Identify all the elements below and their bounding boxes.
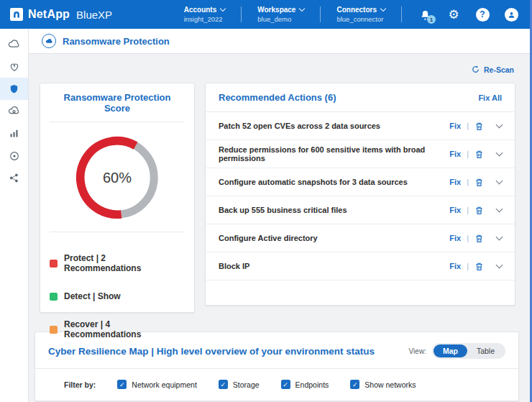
view-toggle-group: View: Map Table — [409, 343, 505, 359]
target-icon — [9, 150, 20, 162]
header-icon-group: 1 ⚙ ? — [402, 6, 520, 23]
protect-swatch-icon — [50, 260, 58, 268]
share-nodes-icon — [9, 173, 19, 183]
sidebar-item-extensions[interactable] — [0, 167, 28, 189]
checkbox-checked-icon: ✓ — [281, 380, 290, 389]
fix-button[interactable]: Fix — [449, 122, 461, 130]
recommended-actions-card: Recommended Actions (6) Fix All Patch 52… — [205, 83, 515, 306]
recover-swatch-icon — [50, 326, 58, 334]
fix-button[interactable]: Fix — [449, 206, 461, 214]
workspace-label: Workspace — [257, 6, 295, 14]
sidebar-item-mobility[interactable] — [0, 100, 28, 122]
main-content: Re-Scan Ransomware Protection Score — [29, 54, 530, 402]
trash-icon — [474, 122, 484, 131]
connectors-label: Connectors — [336, 6, 377, 14]
action-text: Block IP — [219, 262, 249, 270]
view-toggle: Map Table — [432, 343, 505, 359]
settings-button[interactable]: ⚙ — [445, 6, 462, 23]
protection-score-card: Ransomware Protection Score 60% — [40, 83, 195, 313]
filter-storage[interactable]: ✓ Storage — [219, 380, 260, 389]
filter-network-equipment[interactable]: ✓ Network equipment — [117, 380, 196, 389]
connectors-menu[interactable]: Connectors blue_connector — [321, 6, 401, 23]
chevron-down-icon — [380, 6, 386, 12]
expand-chevron-icon[interactable] — [496, 178, 503, 185]
view-option-table[interactable]: Table — [467, 344, 504, 357]
gear-icon: ⚙ — [448, 9, 459, 21]
fix-all-button[interactable]: Fix All — [478, 93, 502, 102]
delete-button[interactable] — [474, 234, 484, 243]
rescan-button[interactable]: Re-Scan — [471, 65, 514, 74]
fix-button[interactable]: Fix — [449, 178, 461, 186]
brand[interactable]: NetApp BlueXP — [10, 8, 112, 21]
filter-label: Show networks — [364, 380, 416, 389]
expand-chevron-icon[interactable] — [496, 150, 503, 157]
legend-item-protect[interactable]: Protect | 2 Recommendations — [50, 253, 185, 273]
separator: | — [467, 206, 469, 214]
action-row: Back up 555 business critical files Fix … — [206, 196, 515, 224]
checkbox-checked-icon: ✓ — [350, 380, 359, 389]
expand-chevron-icon[interactable] — [496, 122, 503, 129]
trash-icon — [474, 178, 484, 187]
refresh-icon — [471, 65, 480, 74]
sidebar-item-protection[interactable] — [0, 78, 28, 100]
notifications-button[interactable]: 1 — [416, 6, 434, 23]
brand-product: BlueXP — [76, 9, 112, 21]
cloud-sync-icon — [8, 105, 20, 117]
delete-button[interactable] — [474, 122, 484, 131]
cloud-icon — [8, 38, 20, 50]
accounts-menu[interactable]: Accounts insight_2022 — [168, 6, 242, 23]
action-row: Block IP Fix | — [206, 252, 515, 280]
trash-icon — [474, 262, 484, 271]
score-value: 60% — [73, 134, 161, 221]
fix-button[interactable]: Fix — [449, 234, 461, 242]
separator: | — [467, 150, 469, 158]
connectors-value: blue_connector — [336, 15, 385, 23]
header-menus: Accounts insight_2022 Workspace blue_dem… — [168, 6, 520, 23]
checkbox-checked-icon: ✓ — [117, 380, 127, 389]
workspace-value: blue_demo — [257, 15, 304, 23]
filter-show-networks[interactable]: ✓ Show networks — [350, 380, 416, 389]
cyber-resilience-map-card: Cyber Resilience Map | High level overvi… — [35, 332, 519, 401]
legend-label: Detect | Show — [64, 291, 121, 301]
expand-chevron-icon[interactable] — [496, 234, 503, 241]
trash-icon — [474, 150, 484, 159]
filter-label: Network equipment — [132, 380, 196, 389]
filter-label: Storage — [233, 380, 260, 389]
heart-pin-icon — [9, 61, 20, 73]
score-card-title: Ransomware Protection Score — [50, 92, 185, 122]
sidebar-item-health[interactable] — [0, 55, 28, 78]
user-button[interactable] — [503, 6, 520, 23]
separator: | — [467, 178, 469, 186]
fix-button[interactable]: Fix — [449, 262, 461, 270]
shield-icon — [9, 83, 19, 95]
left-nav-sidebar — [0, 29, 29, 402]
action-text: Configure Active directory — [219, 234, 318, 242]
filter-endpoints[interactable]: ✓ Endpoints — [281, 380, 329, 389]
brand-name: NetApp — [28, 8, 70, 21]
view-label: View: — [409, 347, 426, 355]
breadcrumb: Ransomware Protection — [29, 29, 530, 54]
score-legend: Protect | 2 Recommendations Detect | Sho… — [50, 232, 185, 339]
sidebar-item-analytics[interactable] — [0, 122, 28, 145]
workspace-menu[interactable]: Workspace blue_demo — [242, 6, 320, 23]
sidebar-item-storage-canvas[interactable] — [0, 33, 28, 55]
legend-label: Protect | 2 Recommendations — [64, 253, 185, 273]
delete-button[interactable] — [474, 150, 484, 159]
actions-card-title: Recommended Actions (6) — [219, 92, 336, 103]
fix-button[interactable]: Fix — [449, 150, 461, 158]
expand-chevron-icon[interactable] — [496, 206, 503, 213]
sidebar-item-governance[interactable] — [0, 145, 28, 167]
expand-chevron-icon[interactable] — [496, 262, 503, 269]
delete-button[interactable] — [474, 262, 484, 271]
delete-button[interactable] — [474, 206, 484, 215]
legend-item-recover[interactable]: Recover | 4 Recommendations — [50, 319, 185, 339]
accounts-value: insight_2022 — [184, 15, 226, 23]
delete-button[interactable] — [474, 178, 484, 187]
legend-item-detect[interactable]: Detect | Show — [50, 291, 185, 301]
action-row: Patch 52 open CVEs across 2 data sources… — [206, 112, 515, 140]
bluexp-window: NetApp BlueXP Accounts insight_2022 Work… — [0, 0, 532, 402]
separator: | — [467, 122, 469, 130]
view-option-map[interactable]: Map — [434, 344, 467, 357]
help-button[interactable]: ? — [474, 6, 491, 23]
action-row: Reduce permissions for 600 sensitive ite… — [206, 140, 515, 168]
